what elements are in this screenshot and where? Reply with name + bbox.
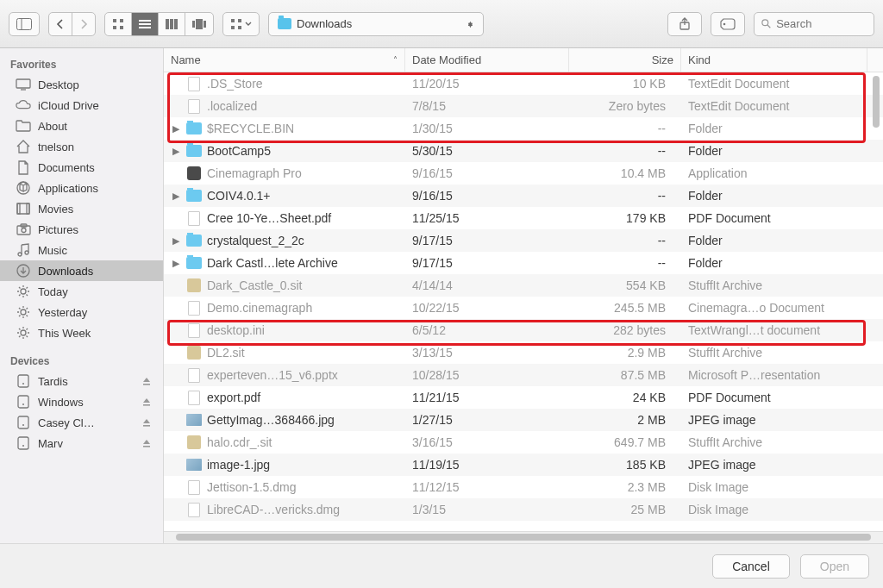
file-size: Zero bytes xyxy=(569,99,681,113)
horizontal-scrollbar[interactable] xyxy=(164,531,883,543)
sidebar-item-label: Pictures xyxy=(38,223,78,236)
file-row[interactable]: ▶Dark Castl…lete Archive9/17/15--Folder xyxy=(164,252,883,274)
disclosure-triangle-icon[interactable]: ▶ xyxy=(171,191,181,202)
file-row[interactable]: LibreCAD-…vericks.dmg1/3/1525 MBDisk Ima… xyxy=(164,498,883,521)
coverflow-view-button[interactable] xyxy=(185,13,213,35)
file-row[interactable]: ▶BootCamp55/30/15--Folder xyxy=(164,140,883,162)
sidebar-item-tnelson[interactable]: tnelson xyxy=(0,136,163,157)
col-name[interactable]: Name˄ xyxy=(164,48,405,72)
file-row[interactable]: .DS_Store11/20/1510 KBTextEdit Document xyxy=(164,72,883,95)
disclosure-triangle-icon[interactable]: ▶ xyxy=(171,123,181,134)
sidebar-device-tardis[interactable]: Tardis xyxy=(0,371,163,391)
file-row[interactable]: ▶crystalquest_2_2c9/17/15--Folder xyxy=(164,229,883,252)
file-row[interactable]: export.pdf11/21/1524 KBPDF Document xyxy=(164,386,883,409)
sidebar-item-movies[interactable]: Movies xyxy=(0,198,163,219)
file-size: -- xyxy=(569,189,681,203)
document-icon xyxy=(188,480,200,495)
sidebar-item-downloads[interactable]: Downloads xyxy=(0,260,163,281)
file-kind: Folder xyxy=(681,234,867,247)
disk-icon xyxy=(16,394,31,410)
file-kind: Folder xyxy=(681,189,867,203)
file-row[interactable]: experteven…15_v6.pptx10/28/1587.5 MBMicr… xyxy=(164,364,883,386)
svg-rect-14 xyxy=(204,21,206,28)
file-row[interactable]: ▶$RECYCLE.BIN1/30/15--Folder xyxy=(164,117,883,140)
file-row[interactable]: desktop.ini6/5/12282 bytesTextWrangl…t d… xyxy=(164,319,883,341)
sidebar-device-casey-cl-[interactable]: Casey Cl… xyxy=(0,412,163,433)
file-size: 10 KB xyxy=(569,77,681,91)
file-row[interactable]: DL2.sit3/13/152.9 MBStuffIt Archive xyxy=(164,341,883,364)
sidebar-device-marv[interactable]: Marv xyxy=(0,433,163,454)
disclosure-triangle-icon[interactable]: ▶ xyxy=(171,146,181,157)
arrange-menu[interactable] xyxy=(222,12,260,36)
sidebar-item-icloud-drive[interactable]: iCloud Drive xyxy=(0,95,163,116)
eject-icon[interactable] xyxy=(142,439,153,447)
sidebar-item-music[interactable]: Music xyxy=(0,240,163,260)
svg-rect-40 xyxy=(143,384,150,385)
sidebar-item-about[interactable]: About xyxy=(0,116,163,136)
eject-icon[interactable] xyxy=(142,397,153,406)
sidebar-item-documents[interactable]: Documents xyxy=(0,157,163,178)
icon-view-button[interactable] xyxy=(105,13,132,35)
vertical-scrollbar[interactable] xyxy=(871,76,881,525)
file-row[interactable]: Dark_Castle_0.sit4/14/14554 KBStuffIt Ar… xyxy=(164,274,883,297)
sidebar-item-label: iCloud Drive xyxy=(38,99,99,112)
list-view-button[interactable] xyxy=(132,13,159,35)
sidebar-item-applications[interactable]: Applications xyxy=(0,178,163,198)
folder-icon xyxy=(186,122,202,134)
sidebar-device-windows[interactable]: Windows xyxy=(0,391,163,412)
file-name: Cinemagraph Pro xyxy=(207,166,302,180)
location-popup[interactable]: Downloads ▲▼ xyxy=(268,12,484,36)
eject-icon[interactable] xyxy=(142,418,153,427)
file-kind: PDF Document xyxy=(681,211,867,225)
file-row[interactable]: halo.cdr_.sit3/16/15649.7 MBStuffIt Arch… xyxy=(164,431,883,454)
file-size: 649.7 MB xyxy=(569,435,681,449)
column-view-button[interactable] xyxy=(159,13,185,35)
sidebar-item-label: tnelson xyxy=(38,141,74,153)
svg-rect-38 xyxy=(18,375,28,387)
sidebar-toggle[interactable] xyxy=(9,12,40,36)
sidebar-item-label: Yesterday xyxy=(38,306,87,319)
col-size[interactable]: Size xyxy=(569,48,681,72)
file-row[interactable]: Cinemagraph Pro9/16/1510.4 MBApplication xyxy=(164,162,883,185)
share-button[interactable] xyxy=(667,12,702,36)
file-name: BootCamp5 xyxy=(207,144,271,158)
file-kind: PDF Document xyxy=(681,391,867,404)
file-row[interactable]: ▶COIV4.0.1+9/16/15--Folder xyxy=(164,185,883,207)
sidebar-item-today[interactable]: Today xyxy=(0,281,163,302)
file-row[interactable]: Jettison-1.5.dmg11/12/152.3 MBDisk Image xyxy=(164,476,883,498)
open-button[interactable]: Open xyxy=(800,554,869,579)
svg-rect-11 xyxy=(174,19,178,29)
file-row[interactable]: .localized7/8/15Zero bytesTextEdit Docum… xyxy=(164,95,883,117)
search-box[interactable] xyxy=(754,12,874,36)
arrange-button[interactable] xyxy=(223,13,259,35)
svg-line-22 xyxy=(767,25,770,28)
svg-point-21 xyxy=(762,20,768,26)
sidebar-item-this-week[interactable]: This Week xyxy=(0,322,163,343)
sidebar-item-pictures[interactable]: Pictures xyxy=(0,219,163,240)
disclosure-triangle-icon[interactable]: ▶ xyxy=(171,235,181,247)
document-icon xyxy=(188,323,200,338)
file-row[interactable]: image-1.jpg11/19/15185 KBJPEG image xyxy=(164,454,883,476)
disclosure-triangle-icon[interactable]: ▶ xyxy=(171,258,181,269)
document-icon xyxy=(188,211,200,226)
sidebar-item-desktop[interactable]: Desktop xyxy=(0,74,163,95)
svg-point-48 xyxy=(22,445,24,447)
svg-rect-0 xyxy=(17,18,32,29)
file-date: 11/20/15 xyxy=(405,77,569,91)
file-row[interactable]: Demo.cinemagraph10/22/15245.5 MBCinemagr… xyxy=(164,297,883,319)
forward-button[interactable] xyxy=(72,13,95,35)
file-size: -- xyxy=(569,122,681,135)
cancel-button[interactable]: Cancel xyxy=(712,554,790,579)
back-button[interactable] xyxy=(49,13,72,35)
file-row[interactable]: Cree 10-Ye…Sheet.pdf11/25/15179 KBPDF Do… xyxy=(164,207,883,229)
file-size: 282 bytes xyxy=(569,323,681,337)
file-row[interactable]: GettyImag…368466.jpg1/27/152 MBJPEG imag… xyxy=(164,409,883,431)
tags-button[interactable] xyxy=(711,12,745,36)
sidebar-toggle-button[interactable] xyxy=(9,13,39,35)
eject-icon[interactable] xyxy=(142,377,153,385)
search-input[interactable] xyxy=(776,17,867,30)
sidebar-item-yesterday[interactable]: Yesterday xyxy=(0,302,163,322)
col-date[interactable]: Date Modified xyxy=(405,48,569,72)
col-kind[interactable]: Kind xyxy=(681,48,867,72)
svg-rect-12 xyxy=(192,21,195,28)
